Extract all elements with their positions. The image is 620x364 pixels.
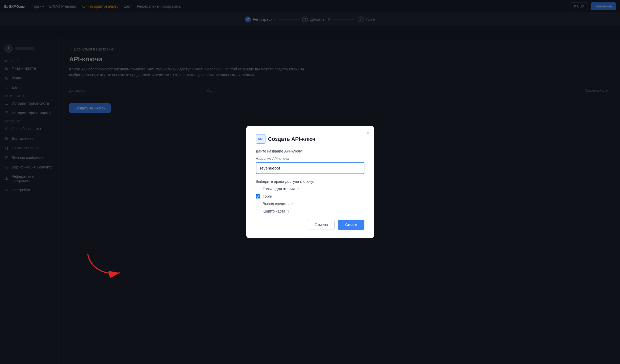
readonly-checkbox[interactable] xyxy=(256,187,260,191)
modal-name-label: Название API-ключа xyxy=(256,156,364,160)
withdraw-checkbox[interactable] xyxy=(256,202,260,206)
checkbox-trading: Торги xyxy=(256,194,364,198)
withdraw-label[interactable]: Вывод средств ? xyxy=(263,202,293,206)
trading-label[interactable]: Торги xyxy=(263,194,272,198)
modal-title: Создать API-ключ xyxy=(268,136,316,142)
modal-header: API Создать API-ключ xyxy=(256,134,364,144)
checkbox-withdraw: Вывод средств ? xyxy=(256,202,364,206)
modal: × API Создать API-ключ Дайте название AP… xyxy=(246,126,374,238)
cancel-button[interactable]: Отмена xyxy=(308,220,335,230)
modal-overlay[interactable]: × API Создать API-ключ Дайте название AP… xyxy=(0,0,620,364)
readonly-label[interactable]: Только для чтения ? xyxy=(263,187,299,191)
modal-name-prompt: Дайте название API-ключу xyxy=(256,149,364,153)
readonly-help-icon: ? xyxy=(297,187,299,191)
crypto-card-help-icon: ? xyxy=(287,209,289,213)
api-key-name-input[interactable] xyxy=(256,162,364,174)
crypto-card-label[interactable]: Крипто карта ? xyxy=(263,209,289,213)
checkbox-readonly: Только для чтения ? xyxy=(256,187,364,191)
modal-close-button[interactable]: × xyxy=(367,130,370,135)
create-button[interactable]: Create xyxy=(338,220,364,230)
modal-footer: Отмена Create xyxy=(256,220,364,230)
modal-permissions-label: Выберите права доступа к ключу: xyxy=(256,179,364,184)
checkbox-crypto-card: Крипто карта ? xyxy=(256,209,364,213)
crypto-card-checkbox[interactable] xyxy=(256,209,260,213)
modal-api-icon: API xyxy=(256,134,265,144)
withdraw-help-icon: ? xyxy=(291,202,293,206)
trading-checkbox[interactable] xyxy=(256,194,260,198)
